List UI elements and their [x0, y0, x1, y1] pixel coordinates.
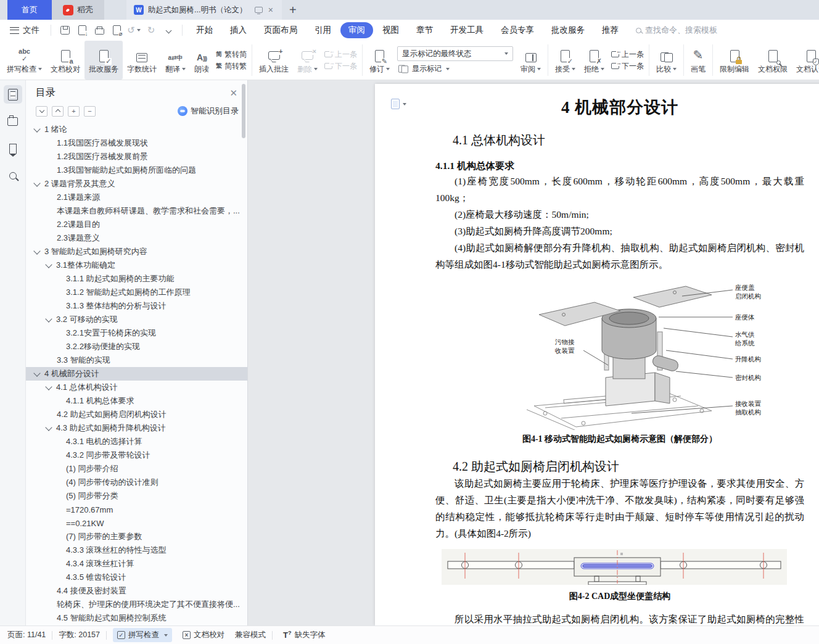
toc-scrollbar[interactable]: [242, 84, 245, 138]
toc-item[interactable]: 本课题来自教师科研课题、教学需求和社会需要，...: [26, 204, 247, 218]
doc-proof-status[interactable]: × 文档校对: [178, 628, 229, 642]
toc-item[interactable]: 3.2 可移动的实现: [26, 313, 247, 326]
chevron-down-icon[interactable]: [45, 424, 52, 431]
toc-item[interactable]: 3.1.1 助起式如厕椅的主要功能: [26, 272, 247, 286]
doc-certify-button[interactable]: ✓ 文档认证: [792, 41, 819, 80]
chevron-down-icon[interactable]: [45, 383, 52, 390]
spell-check-button[interactable]: abc✓ 拼写检查: [2, 41, 46, 80]
page-mark[interactable]: [391, 99, 406, 109]
toc-item[interactable]: 4.5 智能助起式如厕椅控制系统: [26, 611, 247, 625]
reject-button[interactable]: ✗ 拒绝: [580, 41, 609, 80]
collapse-level-button[interactable]: −: [84, 106, 96, 117]
compare-button[interactable]: 比较: [652, 41, 681, 80]
toc-item[interactable]: 2 课题背景及其意义: [26, 177, 247, 191]
chevron-down-icon[interactable]: [33, 247, 40, 254]
toc-item[interactable]: (7) 同步带的主要参数: [26, 530, 247, 543]
toc-item[interactable]: ==0.21KW: [26, 516, 247, 530]
collapse-all-button[interactable]: [36, 106, 47, 117]
menu-icon[interactable]: [10, 27, 19, 34]
simp-to-trad-button[interactable]: 繁简转繁: [216, 61, 247, 72]
toc-item[interactable]: 2.2课题目的: [26, 218, 247, 231]
toc-item[interactable]: 3.1.2 智能助起式如厕椅的工作原理: [26, 286, 247, 299]
toc-item[interactable]: 4.1.1 机构总体要求: [26, 394, 247, 408]
toc-panel-button[interactable]: [4, 85, 22, 104]
toc-item[interactable]: 3.1.3 整体结构的分析与设计: [26, 299, 247, 313]
undo-button[interactable]: ↺: [127, 23, 141, 37]
chevron-down-icon[interactable]: [33, 369, 40, 376]
tab-references[interactable]: 引用: [307, 22, 339, 38]
toc-item[interactable]: (1) 同步带介绍: [26, 462, 247, 476]
review-button[interactable]: 审阅: [516, 41, 545, 80]
toc-item[interactable]: 4 机械部分设计: [26, 367, 247, 381]
bookmark-panel-button[interactable]: [4, 139, 22, 158]
toc-item[interactable]: 3 智能助起式如厕椅研究内容: [26, 245, 247, 258]
chevron-down-icon[interactable]: [45, 315, 52, 322]
toc-item[interactable]: 1 绪论: [26, 123, 247, 136]
next-comment-button[interactable]: →下一条: [324, 61, 357, 72]
doc-permission-button[interactable]: 文档权限: [754, 41, 792, 80]
missing-font-button[interactable]: T? 缺失字体: [279, 628, 329, 642]
spell-check-status[interactable]: ✓ 拼写检查: [113, 628, 172, 642]
tab-review[interactable]: 审阅: [340, 22, 373, 38]
translate-button[interactable]: a⇄中 翻译: [161, 41, 190, 80]
trad-to-simp-button[interactable]: 简繁转简: [216, 49, 247, 60]
correction-service-button[interactable]: ✓ 批改服务: [84, 41, 123, 80]
word-count-button[interactable]: 字数统计: [123, 41, 161, 80]
tab-dev-tools[interactable]: 开发工具: [442, 22, 492, 38]
expand-level-button[interactable]: +: [68, 106, 80, 117]
tab-page-layout[interactable]: 页面布局: [256, 22, 305, 38]
toc-item[interactable]: 4.3.5 锥齿轮设计: [26, 571, 247, 584]
save-button[interactable]: [58, 23, 72, 37]
toc-item[interactable]: 3.2.2移动便捷的实现: [26, 340, 247, 353]
toc-item[interactable]: 3.2.1安置于轮椅床的实现: [26, 326, 247, 340]
toc-item[interactable]: 1.3我国智能助起式如厕椅所面临的问题: [26, 163, 247, 177]
toc-item[interactable]: 2.3课题意义: [26, 231, 247, 245]
annotations-panel-button[interactable]: [4, 112, 22, 131]
toc-item[interactable]: 4.3.4 滚珠丝杠计算: [26, 557, 247, 571]
split-window-icon[interactable]: [255, 7, 263, 13]
search-panel-button[interactable]: [4, 167, 22, 185]
next-change-button[interactable]: →下一条: [611, 61, 644, 72]
chevron-down-icon[interactable]: [45, 261, 52, 268]
insert-comment-button[interactable]: + 插入批注: [255, 41, 293, 80]
new-tab-button[interactable]: +: [282, 0, 304, 20]
toc-item[interactable]: (4) 同步带传动的设计准则: [26, 476, 247, 489]
toc-item[interactable]: 1.1我国医疗器械发展现状: [26, 136, 247, 150]
markup-state-select[interactable]: 显示标记的最终状态: [397, 46, 513, 61]
document-tab[interactable]: W 助起式如厕椅...明书（论文） ×: [126, 0, 282, 20]
tab-correction[interactable]: 批改服务: [543, 22, 593, 38]
prev-change-button[interactable]: ←上一条: [611, 49, 644, 60]
undo-caret-icon[interactable]: [137, 29, 141, 31]
tab-view[interactable]: 视图: [374, 22, 407, 38]
toc-item[interactable]: 4.3.2 同步带及带轮设计: [26, 448, 247, 462]
toc-item[interactable]: 轮椅床、护理床的使用环境决定了其不便直接将便...: [26, 598, 247, 611]
tab-section[interactable]: 章节: [408, 22, 441, 38]
tab-home[interactable]: 开始: [188, 22, 221, 38]
chevron-down-icon[interactable]: [33, 180, 40, 186]
restrict-edit-button[interactable]: 限制编辑: [715, 41, 754, 80]
toc-item[interactable]: 3.3 智能的实现: [26, 353, 247, 367]
chevron-down-icon[interactable]: [33, 125, 40, 132]
show-markup-button[interactable]: 显示标记: [397, 64, 513, 74]
accept-button[interactable]: ✓ 接受: [551, 41, 580, 80]
delete-comment-button[interactable]: × 删除: [293, 41, 322, 80]
doc-proof-button[interactable]: a 文档校对: [46, 41, 84, 80]
file-menu[interactable]: 文件: [23, 25, 39, 36]
print-preview-button[interactable]: ⌀: [110, 23, 123, 37]
toc-item[interactable]: 2.1课题来源: [26, 191, 247, 204]
expand-all-button[interactable]: [52, 106, 64, 117]
customize-toolbar-button[interactable]: [162, 23, 175, 37]
read-aloud-button[interactable]: A))) 朗读: [190, 41, 213, 80]
export-pdf-button[interactable]: ↓: [75, 23, 89, 37]
close-tab-icon[interactable]: ×: [267, 5, 274, 15]
tab-insert[interactable]: 插入: [222, 22, 255, 38]
command-search[interactable]: 查找命令、搜索模板: [636, 25, 717, 36]
document-page[interactable]: 4 机械部分设计 4.1 总体机构设计 4.1.1 机构总体要求 (1)座椅宽度…: [375, 84, 819, 625]
toc-item[interactable]: 4.4 接便及密封装置: [26, 584, 247, 598]
toc-item[interactable]: 3.1整体功能确定: [26, 258, 247, 272]
home-tab[interactable]: 首页: [7, 0, 52, 20]
toc-item[interactable]: 4.3.1 电机的选择计算: [26, 435, 247, 448]
toc-item[interactable]: 1.2我国医疗器械发展前景: [26, 150, 247, 163]
toc-item[interactable]: 4.3.3 滚珠丝杠的特性与选型: [26, 543, 247, 557]
toc-item[interactable]: 4.3 助起式如厕椅升降机构设计: [26, 421, 247, 435]
